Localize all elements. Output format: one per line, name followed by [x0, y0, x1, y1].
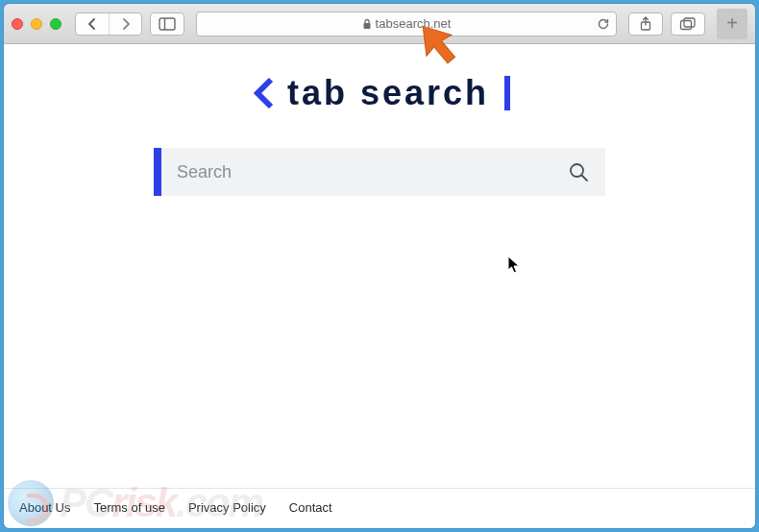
- svg-line-7: [582, 176, 588, 181]
- browser-toolbar: tabsearch.net +: [4, 4, 755, 44]
- browser-window: tabsearch.net + tab search: [4, 4, 755, 528]
- logo-cursor-icon: [504, 76, 510, 110]
- site-logo: tab search: [249, 73, 510, 113]
- lock-icon: [362, 18, 372, 30]
- address-bar-text: tabsearch.net: [376, 16, 452, 31]
- sidebar-toggle-button[interactable]: [150, 12, 184, 36]
- address-bar[interactable]: tabsearch.net: [196, 12, 617, 36]
- footer-links: About Us Terms of use Privacy Policy Con…: [4, 488, 755, 528]
- footer-link-about[interactable]: About Us: [19, 500, 70, 515]
- svg-rect-5: [684, 18, 695, 27]
- chevron-left-icon: [249, 74, 278, 112]
- close-window-button[interactable]: [12, 18, 23, 30]
- footer-link-contact[interactable]: Contact: [289, 500, 332, 515]
- nav-buttons: [75, 12, 142, 36]
- fullscreen-window-button[interactable]: [50, 18, 61, 30]
- svg-rect-4: [681, 20, 692, 29]
- search-accent-bar: [154, 148, 161, 196]
- svg-rect-2: [363, 23, 370, 29]
- reload-button[interactable]: [597, 17, 610, 31]
- footer-link-privacy[interactable]: Privacy Policy: [188, 500, 266, 515]
- minimize-window-button[interactable]: [31, 18, 42, 30]
- new-tab-button[interactable]: +: [717, 9, 747, 39]
- window-controls: [12, 18, 61, 30]
- share-button[interactable]: [628, 12, 663, 36]
- back-button[interactable]: [76, 13, 109, 35]
- forward-button[interactable]: [109, 13, 141, 35]
- page-content: tab search About Us Terms of use Privacy…: [4, 44, 755, 528]
- svg-rect-0: [159, 18, 175, 30]
- search-button[interactable]: [551, 148, 605, 196]
- footer-link-terms[interactable]: Terms of use: [93, 500, 164, 515]
- show-tabs-button[interactable]: [671, 12, 705, 36]
- search-container: [154, 148, 605, 196]
- search-input[interactable]: [161, 148, 551, 196]
- logo-text: tab search: [287, 73, 489, 113]
- search-icon: [568, 161, 589, 182]
- plus-icon: +: [726, 12, 738, 35]
